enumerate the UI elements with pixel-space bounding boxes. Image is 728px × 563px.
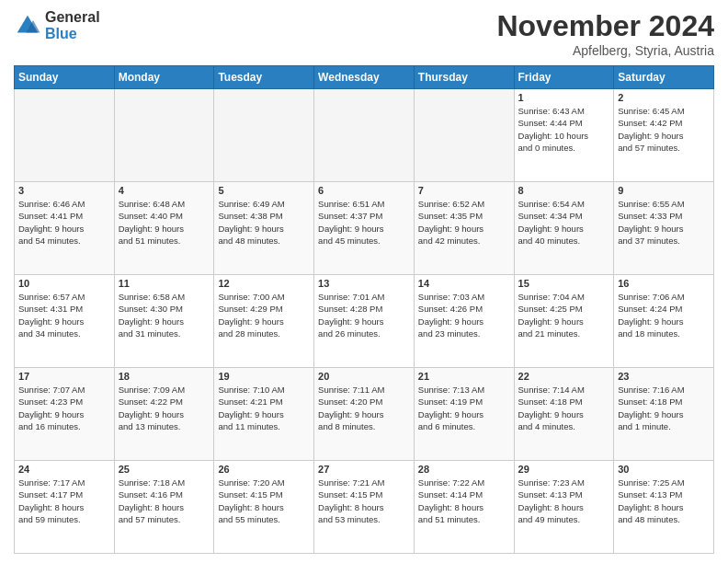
day-cell-4-6: 30Sunrise: 7:25 AM Sunset: 4:13 PM Dayli… bbox=[614, 461, 714, 554]
week-row-1: 3Sunrise: 6:46 AM Sunset: 4:41 PM Daylig… bbox=[15, 182, 714, 275]
day-cell-3-0: 17Sunrise: 7:07 AM Sunset: 4:23 PM Dayli… bbox=[15, 368, 115, 461]
day-info: Sunrise: 6:57 AM Sunset: 4:31 PM Dayligh… bbox=[18, 291, 110, 339]
day-number: 15 bbox=[518, 278, 610, 289]
day-info: Sunrise: 7:11 AM Sunset: 4:20 PM Dayligh… bbox=[318, 384, 410, 432]
logo-blue: Blue bbox=[45, 26, 100, 42]
day-number: 29 bbox=[518, 464, 610, 475]
day-info: Sunrise: 6:52 AM Sunset: 4:35 PM Dayligh… bbox=[418, 198, 510, 247]
day-cell-1-5: 8Sunrise: 6:54 AM Sunset: 4:34 PM Daylig… bbox=[514, 182, 614, 275]
day-number: 11 bbox=[119, 278, 210, 289]
day-number: 24 bbox=[18, 464, 110, 475]
day-info: Sunrise: 6:49 AM Sunset: 4:38 PM Dayligh… bbox=[218, 198, 310, 247]
day-number: 6 bbox=[318, 185, 410, 196]
day-cell-0-1 bbox=[114, 89, 214, 182]
calendar-table: Sunday Monday Tuesday Wednesday Thursday… bbox=[14, 65, 714, 554]
day-cell-2-3: 13Sunrise: 7:01 AM Sunset: 4:28 PM Dayli… bbox=[314, 275, 415, 368]
day-cell-2-2: 12Sunrise: 7:00 AM Sunset: 4:29 PM Dayli… bbox=[214, 275, 314, 368]
day-info: Sunrise: 6:46 AM Sunset: 4:41 PM Dayligh… bbox=[18, 198, 110, 247]
day-number: 10 bbox=[18, 278, 110, 289]
day-cell-1-4: 7Sunrise: 6:52 AM Sunset: 4:35 PM Daylig… bbox=[414, 182, 514, 275]
logo: General Blue bbox=[14, 9, 100, 41]
day-info: Sunrise: 7:04 AM Sunset: 4:25 PM Dayligh… bbox=[518, 291, 610, 339]
day-cell-3-1: 18Sunrise: 7:09 AM Sunset: 4:22 PM Dayli… bbox=[114, 368, 214, 461]
day-number: 25 bbox=[119, 464, 210, 475]
day-number: 26 bbox=[218, 464, 310, 475]
day-cell-3-2: 19Sunrise: 7:10 AM Sunset: 4:21 PM Dayli… bbox=[214, 368, 314, 461]
day-cell-1-6: 9Sunrise: 6:55 AM Sunset: 4:33 PM Daylig… bbox=[614, 182, 714, 275]
day-cell-2-4: 14Sunrise: 7:03 AM Sunset: 4:26 PM Dayli… bbox=[414, 275, 514, 368]
day-info: Sunrise: 7:03 AM Sunset: 4:26 PM Dayligh… bbox=[418, 291, 510, 339]
day-number: 8 bbox=[518, 185, 610, 196]
header-wednesday: Wednesday bbox=[314, 66, 415, 89]
day-cell-1-3: 6Sunrise: 6:51 AM Sunset: 4:37 PM Daylig… bbox=[314, 182, 415, 275]
day-number: 17 bbox=[18, 371, 110, 382]
day-number: 13 bbox=[318, 278, 410, 289]
day-cell-4-4: 28Sunrise: 7:22 AM Sunset: 4:14 PM Dayli… bbox=[414, 461, 514, 554]
day-info: Sunrise: 7:06 AM Sunset: 4:24 PM Dayligh… bbox=[618, 291, 710, 339]
day-info: Sunrise: 6:54 AM Sunset: 4:34 PM Dayligh… bbox=[518, 198, 610, 247]
day-number: 12 bbox=[218, 278, 310, 289]
logo-icon bbox=[14, 12, 41, 40]
logo-text: General Blue bbox=[45, 9, 100, 41]
day-number: 3 bbox=[18, 185, 110, 196]
page: General Blue November 2024 Apfelberg, St… bbox=[0, 0, 728, 563]
month-year: November 2024 bbox=[496, 9, 714, 43]
day-cell-4-0: 24Sunrise: 7:17 AM Sunset: 4:17 PM Dayli… bbox=[15, 461, 115, 554]
day-info: Sunrise: 6:51 AM Sunset: 4:37 PM Dayligh… bbox=[318, 198, 410, 247]
day-number: 18 bbox=[119, 371, 210, 382]
day-number: 16 bbox=[618, 278, 710, 289]
day-number: 4 bbox=[119, 185, 210, 196]
day-cell-0-5: 1Sunrise: 6:43 AM Sunset: 4:44 PM Daylig… bbox=[514, 89, 614, 182]
day-cell-2-0: 10Sunrise: 6:57 AM Sunset: 4:31 PM Dayli… bbox=[15, 275, 115, 368]
day-info: Sunrise: 7:13 AM Sunset: 4:19 PM Dayligh… bbox=[418, 384, 510, 432]
header-monday: Monday bbox=[114, 66, 214, 89]
day-number: 27 bbox=[318, 464, 410, 475]
day-number: 7 bbox=[418, 185, 510, 196]
day-cell-1-1: 4Sunrise: 6:48 AM Sunset: 4:40 PM Daylig… bbox=[114, 182, 214, 275]
day-cell-3-5: 22Sunrise: 7:14 AM Sunset: 4:18 PM Dayli… bbox=[514, 368, 614, 461]
day-info: Sunrise: 7:21 AM Sunset: 4:15 PM Dayligh… bbox=[318, 477, 410, 525]
header-sunday: Sunday bbox=[15, 66, 115, 89]
day-info: Sunrise: 7:10 AM Sunset: 4:21 PM Dayligh… bbox=[218, 384, 310, 432]
day-number: 1 bbox=[518, 92, 610, 103]
day-info: Sunrise: 7:00 AM Sunset: 4:29 PM Dayligh… bbox=[218, 291, 310, 339]
day-number: 21 bbox=[418, 371, 510, 382]
day-cell-0-6: 2Sunrise: 6:45 AM Sunset: 4:42 PM Daylig… bbox=[614, 89, 714, 182]
day-number: 5 bbox=[218, 185, 310, 196]
day-cell-3-3: 20Sunrise: 7:11 AM Sunset: 4:20 PM Dayli… bbox=[314, 368, 415, 461]
header-tuesday: Tuesday bbox=[214, 66, 314, 89]
title-block: November 2024 Apfelberg, Styria, Austria bbox=[496, 9, 714, 58]
day-cell-1-2: 5Sunrise: 6:49 AM Sunset: 4:38 PM Daylig… bbox=[214, 182, 314, 275]
day-number: 2 bbox=[618, 92, 710, 103]
day-info: Sunrise: 7:14 AM Sunset: 4:18 PM Dayligh… bbox=[518, 384, 610, 432]
day-info: Sunrise: 7:20 AM Sunset: 4:15 PM Dayligh… bbox=[218, 477, 310, 525]
logo-general: General bbox=[45, 9, 100, 26]
day-info: Sunrise: 7:23 AM Sunset: 4:13 PM Dayligh… bbox=[518, 477, 610, 525]
day-cell-4-2: 26Sunrise: 7:20 AM Sunset: 4:15 PM Dayli… bbox=[214, 461, 314, 554]
day-cell-0-2 bbox=[214, 89, 314, 182]
day-info: Sunrise: 7:18 AM Sunset: 4:16 PM Dayligh… bbox=[119, 477, 210, 525]
header-thursday: Thursday bbox=[414, 66, 514, 89]
day-info: Sunrise: 7:17 AM Sunset: 4:17 PM Dayligh… bbox=[18, 477, 110, 525]
day-info: Sunrise: 7:16 AM Sunset: 4:18 PM Dayligh… bbox=[618, 384, 710, 432]
day-info: Sunrise: 7:22 AM Sunset: 4:14 PM Dayligh… bbox=[418, 477, 510, 525]
day-number: 22 bbox=[518, 371, 610, 382]
header-friday: Friday bbox=[514, 66, 614, 89]
week-row-3: 17Sunrise: 7:07 AM Sunset: 4:23 PM Dayli… bbox=[15, 368, 714, 461]
day-info: Sunrise: 7:01 AM Sunset: 4:28 PM Dayligh… bbox=[318, 291, 410, 339]
week-row-4: 24Sunrise: 7:17 AM Sunset: 4:17 PM Dayli… bbox=[15, 461, 714, 554]
day-info: Sunrise: 6:48 AM Sunset: 4:40 PM Dayligh… bbox=[119, 198, 210, 247]
day-number: 14 bbox=[418, 278, 510, 289]
day-cell-0-4 bbox=[414, 89, 514, 182]
day-number: 19 bbox=[218, 371, 310, 382]
header: General Blue November 2024 Apfelberg, St… bbox=[14, 9, 714, 58]
day-number: 9 bbox=[618, 185, 710, 196]
day-cell-2-6: 16Sunrise: 7:06 AM Sunset: 4:24 PM Dayli… bbox=[614, 275, 714, 368]
day-number: 20 bbox=[318, 371, 410, 382]
day-info: Sunrise: 6:58 AM Sunset: 4:30 PM Dayligh… bbox=[119, 291, 210, 339]
day-cell-0-3 bbox=[314, 89, 415, 182]
day-number: 28 bbox=[418, 464, 510, 475]
day-cell-4-1: 25Sunrise: 7:18 AM Sunset: 4:16 PM Dayli… bbox=[114, 461, 214, 554]
day-number: 30 bbox=[618, 464, 710, 475]
day-cell-3-4: 21Sunrise: 7:13 AM Sunset: 4:19 PM Dayli… bbox=[414, 368, 514, 461]
